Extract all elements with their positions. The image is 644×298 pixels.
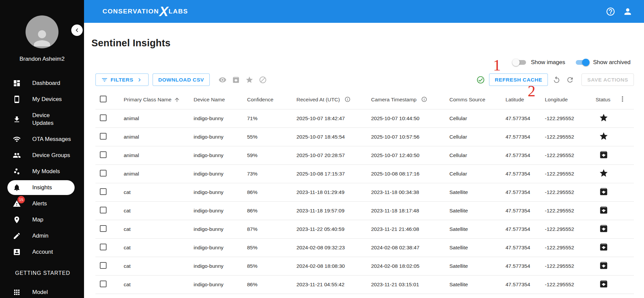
row-checkbox[interactable] [100,151,107,158]
row-checkbox[interactable] [100,188,107,195]
sidebar-item-admin[interactable]: Admin [0,228,84,244]
archive-icon [232,76,240,84]
table-row[interactable]: cat indigo-bunny 86% 2023-11-18 01:29:49… [95,183,634,201]
row-checkbox[interactable] [100,133,107,140]
filters-button[interactable]: FILTERS [95,73,149,86]
refresh-cache-button[interactable]: REFRESH CACHE [489,73,548,86]
table-row[interactable]: cat indigo-bunny 85% 2024-02-08 09:32:23… [95,238,634,257]
info-icon[interactable] [345,96,351,102]
devices-icon [13,95,21,103]
cell-received-at: 2024-02-08 18:08:30 [296,257,371,275]
cell-comms-source: Satellite [449,257,506,275]
column-header-latitude[interactable]: Latitude [506,91,545,109]
account-button[interactable] [623,7,633,16]
table-row[interactable]: animal indigo-bunny 73% 2025-10-08 17:15… [95,164,634,183]
sidebar-collapse-button[interactable] [71,24,83,36]
table-row[interactable]: animal indigo-bunny 55% 2025-10-07 18:45… [95,128,634,146]
sidebar-item-device-updates[interactable]: Device Updates [0,107,84,131]
column-header-device-name[interactable]: Device Name [194,91,247,109]
sidebar-item-my-models[interactable]: My Models [0,163,84,180]
table-row[interactable]: cat indigo-bunny 87% 2023-11-22 05:40:59… [95,220,634,238]
preview-button[interactable] [218,76,227,84]
table-row[interactable]: animal indigo-bunny 59% 2025-10-07 20:28… [95,146,634,164]
status-archive-icon[interactable] [599,279,608,289]
column-header-primary-class[interactable]: Primary Class Name [124,91,194,109]
table-row[interactable]: animal indigo-bunny 71% 2025-10-07 18:42… [95,109,634,128]
cell-received-at: 2024-02-08 09:32:23 [296,238,371,257]
column-menu-button[interactable] [618,95,627,103]
chevron-right-icon [136,77,143,83]
cell-longitude: -122.295552 [545,238,596,257]
cell-primary-class: cat [124,183,194,201]
cell-confidence: 59% [247,146,296,164]
sidebar-item-map[interactable]: Map [0,212,84,228]
show-images-toggle[interactable] [512,58,527,66]
row-checkbox[interactable] [100,281,107,287]
cell-comms-source: Satellite [449,183,506,201]
sidebar-username: Brandon Asheim2 [0,56,84,62]
row-checkbox[interactable] [100,114,107,121]
sidebar-item-alerts[interactable]: Alerts 15 [0,196,84,212]
cell-latitude: 47.577354 [506,220,545,238]
sidebar-item-ota-messages[interactable]: OTA Messages [0,131,84,147]
status-archive-icon[interactable] [599,261,608,270]
cell-comms-source: Satellite [449,201,506,220]
status-archive-icon[interactable] [599,242,608,252]
column-header-received-at[interactable]: Received At (UTC) [296,91,371,109]
status-archive-icon[interactable] [599,224,608,233]
row-checkbox[interactable] [100,170,107,177]
save-actions-button[interactable]: SAVE ACTIONS [581,73,634,86]
cell-device-name: indigo-bunny [194,164,247,183]
status-archive-icon[interactable] [599,187,608,196]
check-circle-icon [476,76,485,84]
row-checkbox[interactable] [100,244,107,250]
alerts-badge: 15 [17,196,25,203]
sidebar-item-dashboard[interactable]: Dashboard [0,75,84,91]
row-checkbox[interactable] [100,207,107,213]
status-archive-icon[interactable] [599,205,608,215]
column-header-camera-timestamp[interactable]: Camera Timestamp [371,91,449,109]
cell-device-name: indigo-bunny [194,275,247,294]
status-archive-icon[interactable] [599,150,608,159]
sidebar-item-insights[interactable]: Insights [7,180,75,195]
dashboard-icon [13,79,21,87]
cell-primary-class: animal [124,164,194,183]
archive-selected-button[interactable] [232,76,240,84]
table-row[interactable]: cat indigo-bunny 86% 2023-11-21 04:55:42… [95,275,634,294]
select-all-checkbox[interactable] [100,96,107,102]
help-icon [606,7,615,16]
status-star-icon[interactable] [599,113,608,122]
sidebar-item-model[interactable]: Model [0,284,84,298]
sidebar-item-my-devices[interactable]: My Devices [0,91,84,107]
cell-confidence: 73% [247,164,296,183]
block-selected-button[interactable] [259,76,267,84]
cell-longitude: -122.295552 [545,146,596,164]
cell-confidence: 85% [247,238,296,257]
cell-camera-timestamp: 2023-11-18 00:34:38 [371,183,449,201]
download-csv-button[interactable]: DOWNLOAD CSV [153,73,210,86]
status-star-icon[interactable] [599,132,608,141]
status-star-icon[interactable] [599,168,608,178]
sidebar-item-account[interactable]: Account [0,244,84,260]
cell-comms-source: Cellular [449,128,506,146]
undo-button[interactable] [553,76,561,84]
help-button[interactable] [606,7,615,16]
table-row[interactable]: cat indigo-bunny 85% 2024-02-08 18:08:30… [95,257,634,275]
column-header-comms-source[interactable]: Comms Source [449,91,506,109]
column-header-longitude[interactable]: Longitude [545,91,596,109]
column-header-confidence[interactable]: Confidence [247,91,296,109]
redo-button[interactable] [566,76,574,84]
cell-device-name: indigo-bunny [194,201,247,220]
info-icon[interactable] [421,96,427,102]
row-checkbox[interactable] [100,225,107,232]
cell-confidence: 86% [247,201,296,220]
show-archived-toggle[interactable] [574,58,590,66]
column-header-status[interactable]: Status [596,91,618,109]
sort-ascending-icon[interactable] [174,97,180,103]
cell-camera-timestamp: 2023-11-21 03:15:01 [371,275,449,294]
favorite-selected-button[interactable] [245,76,253,84]
sidebar-item-device-groups[interactable]: Device Groups [0,147,84,163]
row-checkbox[interactable] [100,262,107,269]
filters-label: FILTERS [111,77,133,83]
table-row[interactable]: cat indigo-bunny 86% 2023-11-18 19:57:09… [95,201,634,220]
